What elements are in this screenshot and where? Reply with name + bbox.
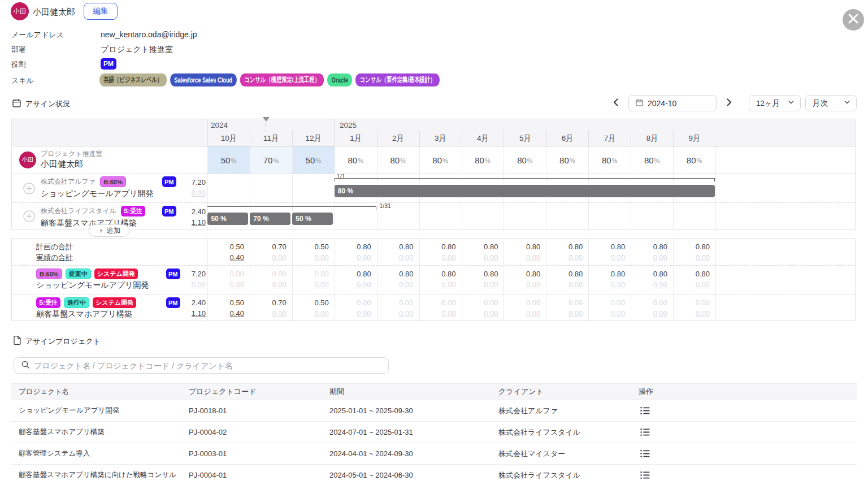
close-button[interactable]: [843, 9, 864, 31]
actual-value[interactable]: 0.00: [441, 308, 455, 319]
actual-value[interactable]: 0.00: [272, 252, 287, 263]
assign-status-header: アサイン状況: [12, 99, 70, 109]
gantt-bar[interactable]: 80 %: [335, 185, 715, 197]
actual-value[interactable]: 0.00: [484, 308, 498, 319]
project-search[interactable]: [14, 357, 389, 374]
list-menu-icon[interactable]: [640, 471, 650, 479]
project-table-row[interactable]: ショッピングモールアプリ開発 PJ-0018-01 2025-01-01 ~ 2…: [11, 400, 857, 422]
actual-value[interactable]: 0.00: [272, 279, 287, 290]
search-input[interactable]: [34, 358, 388, 373]
actual-value[interactable]: 0.00: [611, 308, 625, 319]
actual-value[interactable]: 0.00: [272, 308, 287, 319]
expand-plus-icon[interactable]: [23, 210, 35, 224]
actual-value[interactable]: 0.00: [568, 279, 583, 290]
project-table-row[interactable]: 顧客管理システム導入 PJ-0003-01 2024-04-01 ~ 2024-…: [11, 443, 857, 465]
project-actions-cell[interactable]: [639, 400, 650, 421]
actual-value[interactable]: 0.00: [314, 252, 328, 263]
actual-value[interactable]: 0.00: [441, 252, 455, 263]
actual-value[interactable]: 0.00: [526, 252, 540, 263]
utilization-cell: 70%: [250, 146, 292, 174]
plan-value: 0.70: [272, 241, 287, 252]
actual-value[interactable]: 0.00: [441, 279, 455, 290]
actual-value[interactable]: 0.00: [696, 308, 710, 319]
range-select[interactable]: 12ヶ月: [749, 95, 801, 111]
gantt-bar[interactable]: 50 %: [207, 213, 248, 225]
actual-total[interactable]: 1.10: [172, 308, 206, 319]
actual-value[interactable]: 0.00: [696, 252, 710, 263]
actual-value[interactable]: 0.00: [653, 252, 667, 263]
actual-value[interactable]: 0.00: [568, 308, 583, 319]
project-actions-cell[interactable]: [639, 443, 650, 464]
actual-value[interactable]: 0.40: [230, 308, 244, 319]
month-value-cell: 0.800.00: [419, 239, 462, 265]
gantt-bar[interactable]: 50 %: [292, 213, 333, 225]
actual-value[interactable]: 0.00: [568, 252, 583, 263]
actual-value[interactable]: 0.40: [230, 252, 244, 263]
project-actions-cell[interactable]: [639, 465, 650, 485]
utilization-cell: 50%: [292, 146, 335, 174]
projects-table: プロジェクト名 プロジェクトコード 期間 クライアント 操作 ショッピングモール…: [11, 383, 857, 485]
gantt-bar[interactable]: 70 %: [250, 213, 290, 225]
project-name[interactable]: ショッピングモールアプリ開発: [41, 189, 154, 199]
project-name[interactable]: 顧客基盤スマホアプリ構築: [36, 309, 132, 319]
actual-value[interactable]: 0.00: [696, 279, 710, 290]
actual-total[interactable]: 0.00: [172, 188, 206, 198]
actual-value[interactable]: 0.00: [357, 308, 371, 319]
actual-value[interactable]: 0.00: [611, 279, 625, 290]
search-icon: [21, 361, 29, 371]
month-header-cell: 3月: [419, 131, 462, 146]
project-table-row[interactable]: 顧客基盤スマホアプリ構築 PJ-0004-02 2024-07-01 ~ 202…: [11, 422, 857, 443]
plan-total: 7.20: [172, 177, 206, 188]
actual-total-label[interactable]: 実績の合計: [36, 252, 73, 263]
actual-value[interactable]: 0.00: [357, 279, 371, 290]
project-actions-cell[interactable]: [639, 422, 650, 443]
list-menu-icon[interactable]: [640, 428, 650, 436]
expand-plus-icon[interactable]: [23, 183, 35, 197]
plan-total: 2.40: [172, 206, 206, 217]
month-value-cell: 0.800.00: [673, 239, 715, 265]
actual-value[interactable]: 0.00: [357, 252, 371, 263]
member-dept: プロジェクト推進室: [41, 149, 103, 159]
project-table-row[interactable]: 顧客基盤スマホアプリ構築に向けた戦略コンサル PJ-0004-01 2024-0…: [11, 465, 857, 485]
granularity-select[interactable]: 月次: [805, 95, 857, 111]
actual-value[interactable]: 0.00: [484, 279, 498, 290]
member-name: 小田健太郎: [41, 159, 83, 170]
client-line: 株式会社ライフスタイル S:受注: [41, 206, 145, 216]
actual-value[interactable]: 0.00: [230, 279, 244, 290]
actual-value[interactable]: 0.00: [653, 279, 667, 290]
actual-value[interactable]: 0.00: [484, 252, 498, 263]
actual-value[interactable]: 0.00: [399, 252, 413, 263]
month-value-cell: 0.700.00: [250, 239, 292, 265]
plan-value: 0.50: [230, 297, 244, 308]
projects-table-header: プロジェクト名 プロジェクトコード 期間 クライアント 操作: [11, 383, 857, 400]
actual-value[interactable]: 0.00: [653, 308, 667, 319]
month-value-cell: 0.800.00: [588, 239, 631, 265]
actual-value[interactable]: 0.00: [526, 308, 540, 319]
row-totals: 7.20 0.00: [172, 269, 206, 290]
next-period-button[interactable]: [722, 97, 736, 110]
actual-value[interactable]: 0.00: [399, 308, 413, 319]
period-input[interactable]: 2024-10: [628, 95, 717, 111]
actual-value[interactable]: 0.00: [611, 252, 625, 263]
edit-button[interactable]: 編集: [84, 3, 118, 20]
add-assignment-button[interactable]: ＋ 追加: [89, 224, 129, 237]
project-totals-row: S:受注 進行中 システム開発 PM 2.40 1.10 顧客基盤スマホアプリ構…: [12, 294, 855, 321]
project-client-cell: 株式会社アルファ: [498, 400, 558, 421]
month-value-cell: 0.800.00: [631, 266, 673, 294]
list-menu-icon[interactable]: [640, 449, 650, 458]
utilization-cell: 80%: [588, 146, 631, 174]
plan-value: 0.80: [399, 241, 413, 252]
actual-total[interactable]: 1.10: [172, 217, 206, 228]
list-menu-icon[interactable]: [640, 406, 650, 415]
actual-value[interactable]: 0.00: [314, 308, 328, 319]
actual-value[interactable]: 0.00: [314, 279, 328, 290]
project-name[interactable]: ショッピングモールアプリ開発: [36, 280, 149, 291]
actual-total[interactable]: 0.00: [172, 279, 206, 290]
actual-value[interactable]: 0.00: [399, 279, 413, 290]
badges: B:60% 提案中 システム開発: [36, 269, 138, 279]
month-header-cell: 8月: [631, 131, 673, 146]
prev-period-button[interactable]: [609, 97, 623, 110]
plan-value: 0.00: [696, 297, 710, 308]
month-header-cell: 9月: [673, 131, 715, 146]
actual-value[interactable]: 0.00: [526, 279, 540, 290]
